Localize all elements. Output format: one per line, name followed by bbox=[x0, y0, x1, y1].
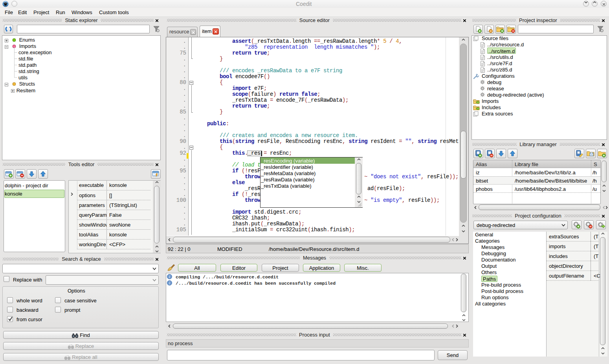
svg-text:i: i bbox=[169, 281, 170, 285]
svg-text:i: i bbox=[169, 274, 170, 279]
